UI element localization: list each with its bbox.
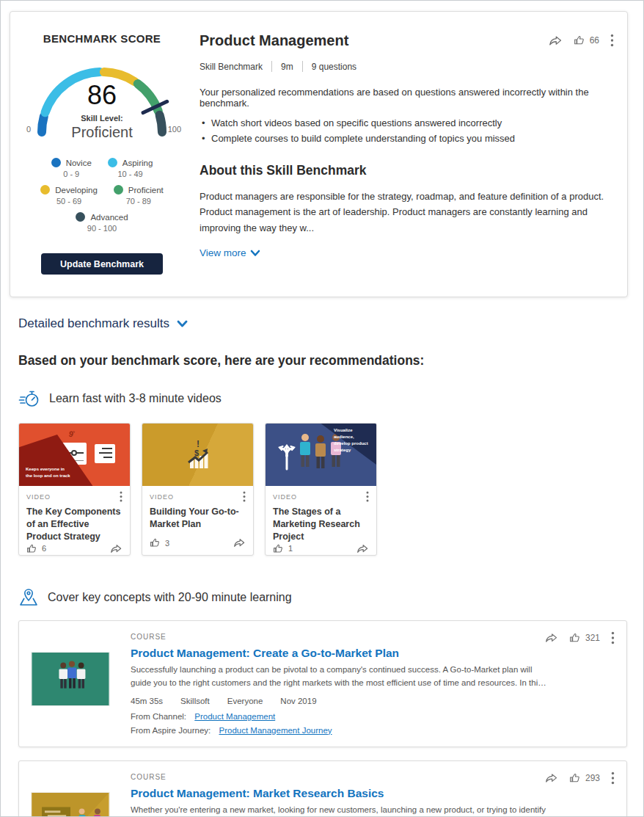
legend-item-novice: Novice 0 - 9 bbox=[51, 158, 92, 178]
thumbnail-art bbox=[95, 444, 115, 463]
benchmark-score-panel: BENCHMARK SCORE 86 Skill Level: Proficie… bbox=[22, 25, 182, 275]
course-description: Whether you're entering a new market, lo… bbox=[131, 804, 549, 817]
meta-divider bbox=[271, 61, 272, 72]
thumbnail-caption: Visualize audience, develop product stra… bbox=[334, 427, 372, 454]
course-duration: 45m 35s bbox=[131, 697, 163, 705]
like-button[interactable]: 1 bbox=[273, 543, 293, 554]
course-actions: 293 bbox=[545, 771, 615, 785]
proficient-dot-icon bbox=[114, 185, 123, 195]
view-more-button[interactable]: View more bbox=[200, 247, 260, 258]
share-button[interactable] bbox=[356, 543, 369, 554]
like-button[interactable]: 321 bbox=[569, 632, 600, 644]
course-card: COURSE Product Management: Create a Go-t… bbox=[18, 620, 627, 747]
more-options-button[interactable] bbox=[243, 491, 246, 502]
thumbnail-art: 9͛ bbox=[68, 429, 75, 438]
page: BENCHMARK SCORE 86 Skill Level: Proficie… bbox=[0, 0, 644, 817]
update-benchmark-button[interactable]: Update Benchmark bbox=[41, 253, 163, 275]
benchmark-score-value: 86 bbox=[29, 80, 175, 111]
course-date: Nov 2019 bbox=[280, 697, 316, 705]
video-thumbnail[interactable]: Visualize audience, develop product stra… bbox=[266, 424, 376, 486]
chart-growth-icon: ! $ bbox=[182, 438, 214, 472]
like-count: 3 bbox=[165, 539, 169, 548]
legend-item-proficient: Proficient 70 - 89 bbox=[114, 185, 164, 206]
bullet-item: Complete courses to build complete under… bbox=[200, 133, 614, 144]
more-options-button[interactable] bbox=[611, 771, 615, 785]
like-button[interactable]: 66 bbox=[574, 35, 599, 46]
course-description: Successfully launching a product can be … bbox=[131, 664, 549, 690]
recommendations-heading: Based on your benchmark score, here are … bbox=[18, 353, 643, 368]
thumbs-up-icon bbox=[569, 632, 581, 644]
video-title-link[interactable]: The Stages of a Marketing Research Proje… bbox=[273, 506, 369, 543]
share-button[interactable] bbox=[545, 632, 558, 644]
share-button[interactable] bbox=[549, 35, 563, 47]
svg-text:$: $ bbox=[194, 449, 199, 457]
course-title-link[interactable]: Product Management: Market Research Basi… bbox=[131, 787, 384, 800]
detailed-results-toggle[interactable]: Detailed benchmark results bbox=[18, 316, 188, 331]
like-button[interactable]: 6 bbox=[26, 543, 46, 554]
course-journey-row: From Aspire Journey: Product Management … bbox=[131, 726, 549, 735]
videos-section-heading: Learn fast with 3-8 minute videos bbox=[18, 389, 643, 408]
video-card-row: 9͛ Keeps everyone in the loop and on tra… bbox=[18, 423, 643, 556]
content-type-label: VIDEO bbox=[273, 493, 297, 501]
video-title-link[interactable]: The Key Components of an Effective Produ… bbox=[26, 506, 122, 543]
content-type-label: VIDEO bbox=[150, 493, 174, 501]
skill-level-label: Skill Level: bbox=[29, 114, 175, 123]
course-card: COURSE Product Management: Market Resear… bbox=[18, 760, 627, 817]
novice-dot-icon bbox=[51, 158, 61, 167]
bullet-item: Watch short videos based on specific que… bbox=[200, 117, 614, 128]
courses-section-heading: Cover key concepts with 20-90 minute lea… bbox=[18, 588, 643, 607]
like-count: 293 bbox=[585, 773, 600, 783]
course-audience: Everyone bbox=[227, 697, 263, 705]
course-thumbnail[interactable] bbox=[31, 652, 110, 706]
share-icon bbox=[549, 35, 563, 47]
meta-divider bbox=[302, 61, 303, 72]
kebab-icon bbox=[366, 491, 369, 502]
developing-dot-icon bbox=[40, 185, 50, 195]
content-type-label: COURSE bbox=[131, 773, 549, 781]
skill-level-value: Proficient bbox=[29, 124, 175, 141]
share-icon bbox=[356, 543, 369, 554]
video-title-link[interactable]: Building Your Go-to-Market Plan bbox=[150, 506, 246, 531]
like-button[interactable]: 293 bbox=[569, 772, 600, 784]
video-thumbnail[interactable]: ! $ bbox=[142, 424, 253, 486]
share-button[interactable] bbox=[545, 772, 558, 784]
content-type-label: COURSE bbox=[131, 633, 549, 641]
more-options-button[interactable] bbox=[120, 491, 122, 502]
video-card: 9͛ Keeps everyone in the loop and on tra… bbox=[18, 423, 131, 556]
thumbs-up-icon bbox=[150, 537, 161, 548]
course-thumbnail[interactable] bbox=[31, 792, 110, 817]
content-type-label: VIDEO bbox=[26, 493, 51, 501]
advanced-dot-icon bbox=[76, 212, 85, 222]
legend-item-developing: Developing 50 - 69 bbox=[40, 185, 98, 206]
more-options-button[interactable] bbox=[611, 631, 615, 644]
channel-link[interactable]: Product Management bbox=[194, 712, 275, 721]
more-options-button[interactable] bbox=[366, 491, 369, 502]
meta-questions: 9 questions bbox=[312, 62, 356, 72]
course-title-link[interactable]: Product Management: Create a Go-to-Marke… bbox=[131, 647, 399, 660]
chevron-down-icon bbox=[177, 320, 188, 328]
meta-type: Skill Benchmark bbox=[200, 62, 263, 72]
journey-link[interactable]: Product Management Journey bbox=[219, 726, 332, 735]
video-thumbnail[interactable]: 9͛ Keeps everyone in the loop and on tra… bbox=[19, 424, 130, 486]
course-content: COURSE Product Management: Market Resear… bbox=[110, 770, 615, 817]
like-button[interactable]: 3 bbox=[150, 537, 169, 548]
page-title: Product Management bbox=[200, 32, 549, 49]
gauge-min-label: 0 bbox=[26, 125, 31, 134]
kebab-icon bbox=[611, 771, 615, 785]
course-provider: Skillsoft bbox=[180, 697, 210, 705]
share-button[interactable] bbox=[110, 543, 122, 554]
more-options-button[interactable] bbox=[610, 34, 614, 47]
legend-item-advanced: Advanced 90 - 100 bbox=[76, 212, 128, 233]
gauge-legend: Novice 0 - 9 Aspiring 10 - 49 Developing… bbox=[22, 158, 182, 233]
map-pin-icon bbox=[18, 588, 39, 607]
kebab-icon bbox=[611, 631, 615, 644]
like-count: 66 bbox=[590, 35, 599, 46]
benchmark-actions: 66 bbox=[549, 34, 614, 47]
stopwatch-icon bbox=[18, 389, 40, 408]
share-icon bbox=[233, 537, 246, 548]
share-button[interactable] bbox=[233, 537, 246, 548]
kebab-icon bbox=[120, 491, 122, 502]
about-heading: About this Skill Benchmark bbox=[200, 163, 614, 178]
share-icon bbox=[110, 543, 122, 554]
about-text: Product managers are responsible for the… bbox=[200, 189, 614, 236]
